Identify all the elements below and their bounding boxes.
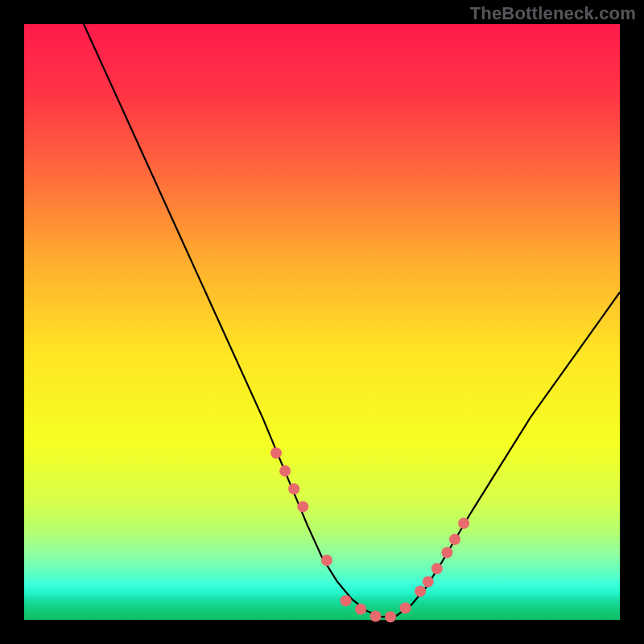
highlight-dot (297, 501, 308, 512)
highlight-dot (449, 534, 460, 545)
highlight-dot (415, 585, 426, 597)
highlight-dot (355, 604, 366, 615)
plot-background (24, 24, 620, 620)
highlight-dot (288, 483, 299, 494)
highlight-dot (385, 611, 396, 622)
highlight-dot (441, 547, 452, 558)
chart-container: TheBottleneck.com (0, 0, 644, 644)
highlight-dot (270, 448, 282, 459)
bottleneck-curve-chart (0, 0, 644, 644)
watermark-text: TheBottleneck.com (470, 3, 636, 24)
highlight-dot (400, 602, 411, 613)
highlight-dot (458, 518, 469, 529)
highlight-dot (431, 563, 443, 574)
highlight-dot (423, 576, 434, 588)
highlight-dot (321, 555, 332, 566)
highlight-dot (341, 595, 352, 606)
highlight-dot (370, 611, 382, 622)
highlight-dot (279, 465, 291, 477)
